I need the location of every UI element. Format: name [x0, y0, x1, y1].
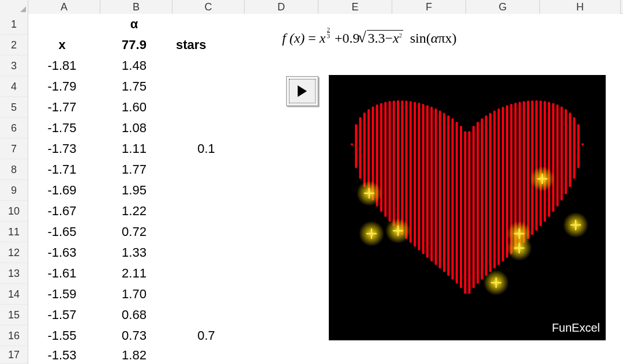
row-header[interactable]: 14 [0, 284, 28, 305]
cell-alpha-value[interactable]: 77.9 [100, 35, 172, 55]
cell[interactable]: 0.7 [172, 325, 245, 346]
cell[interactable]: -1.65 [28, 222, 100, 242]
spreadsheet: A B C D E F G H 1 2 3 4 5 6 7 8 9 10 11 … [0, 0, 623, 364]
col-header-e[interactable]: E [318, 0, 392, 14]
cell[interactable]: 0.73 [100, 325, 172, 346]
cell[interactable]: -1.63 [28, 242, 100, 263]
cell[interactable]: 1.77 [100, 159, 172, 180]
row-header[interactable]: 3 [0, 55, 28, 76]
chart-credit: FunExcel [552, 321, 600, 335]
cell[interactable]: -1.69 [28, 180, 100, 201]
row-header[interactable]: 15 [0, 305, 28, 325]
cell[interactable]: 1.48 [100, 55, 172, 76]
select-all-corner[interactable] [0, 0, 28, 14]
play-icon [298, 85, 307, 97]
cell[interactable]: -1.71 [28, 159, 100, 180]
formula-text: f (x) = x23 +0.93.3−x2 sin(απx) [282, 27, 457, 46]
row-header[interactable]: 10 [0, 201, 28, 222]
col-header-d[interactable]: D [245, 0, 318, 14]
cell[interactable]: 0.68 [100, 305, 172, 325]
cell[interactable]: -1.53 [28, 346, 100, 364]
cell-alpha-label[interactable]: α [100, 14, 172, 35]
row-header-col: 1 2 3 4 5 6 7 8 9 10 11 12 13 14 15 16 1… [0, 14, 28, 364]
row-header[interactable]: 8 [0, 159, 28, 180]
row-header[interactable]: 2 [0, 35, 28, 55]
cell[interactable]: -1.75 [28, 118, 100, 138]
column-header-row: A B C D E F G H [0, 0, 623, 14]
row-header[interactable]: 13 [0, 263, 28, 284]
cell[interactable] [28, 14, 100, 35]
table-row: -1.811.48 [28, 55, 623, 76]
row-header[interactable]: 1 [0, 14, 28, 35]
cell[interactable]: -1.77 [28, 97, 100, 118]
cell[interactable]: 1.75 [100, 76, 172, 97]
play-button[interactable] [286, 76, 318, 106]
row-header[interactable]: 4 [0, 76, 28, 97]
cell[interactable]: 0.1 [172, 138, 245, 159]
cell-x-label[interactable]: x [28, 35, 100, 55]
cell[interactable]: -1.61 [28, 263, 100, 284]
col-header-g[interactable]: G [466, 0, 540, 14]
cell[interactable]: 2.11 [100, 263, 172, 284]
row-header[interactable]: 11 [0, 222, 28, 242]
cell[interactable]: 1.60 [100, 97, 172, 118]
heart-chart[interactable]: FunExcel [329, 75, 606, 340]
col-header-b[interactable]: B [100, 0, 172, 14]
formula-lhs: f (x) [282, 31, 305, 46]
cell[interactable]: 0.72 [100, 222, 172, 242]
col-header-c[interactable]: C [172, 0, 245, 14]
row-header[interactable]: 16 [0, 325, 28, 346]
row-header[interactable]: 9 [0, 180, 28, 201]
row-header[interactable]: 7 [0, 138, 28, 159]
cell[interactable]: -1.59 [28, 284, 100, 305]
row-header[interactable]: 12 [0, 242, 28, 263]
cell[interactable]: 1.95 [100, 180, 172, 201]
cell[interactable]: -1.67 [28, 201, 100, 222]
cell[interactable]: 1.08 [100, 118, 172, 138]
row-header[interactable]: 17 [0, 346, 28, 364]
cell[interactable]: 1.22 [100, 201, 172, 222]
col-header-h[interactable]: H [540, 0, 621, 14]
cell[interactable]: -1.79 [28, 76, 100, 97]
row-header[interactable]: 6 [0, 118, 28, 138]
cell[interactable]: -1.81 [28, 55, 100, 76]
table-row: -1.531.82 [28, 346, 623, 364]
cell[interactable]: -1.73 [28, 138, 100, 159]
cell[interactable]: 1.70 [100, 284, 172, 305]
cell[interactable]: 1.11 [100, 138, 172, 159]
cell[interactable]: 1.82 [100, 346, 172, 364]
row-header[interactable]: 5 [0, 97, 28, 118]
cell[interactable]: 1.33 [100, 242, 172, 263]
cell-stars-label[interactable]: stars [172, 35, 245, 55]
col-header-f[interactable]: F [392, 0, 466, 14]
cell[interactable]: -1.57 [28, 305, 100, 325]
cell[interactable]: -1.55 [28, 325, 100, 346]
heart-chart-svg [329, 75, 606, 340]
col-header-a[interactable]: A [28, 0, 100, 14]
